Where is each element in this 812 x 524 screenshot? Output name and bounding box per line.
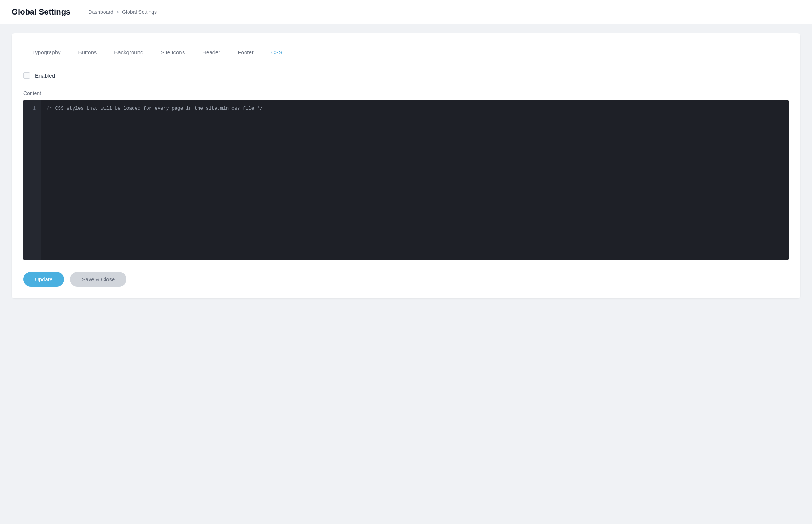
breadcrumb: Dashboard > Global Settings [88, 9, 157, 15]
code-comment-line: /* CSS styles that will be loaded for ev… [47, 106, 263, 111]
buttons-row: Update Save & Close [23, 272, 789, 287]
tab-css[interactable]: CSS [262, 45, 291, 60]
tab-header[interactable]: Header [194, 45, 229, 60]
tab-typography[interactable]: Typography [23, 45, 69, 60]
code-editor[interactable]: 1 /* CSS styles that will be loaded for … [23, 100, 789, 260]
tabs-nav: Typography Buttons Background Site Icons… [23, 45, 789, 60]
enabled-checkbox[interactable] [23, 72, 30, 79]
update-button[interactable]: Update [23, 272, 64, 287]
breadcrumb-dashboard: Dashboard [88, 9, 113, 15]
page-title: Global Settings [12, 7, 70, 17]
tab-background[interactable]: Background [105, 45, 152, 60]
line-numbers: 1 [23, 100, 41, 260]
settings-card: Typography Buttons Background Site Icons… [12, 33, 800, 298]
code-content[interactable]: /* CSS styles that will be loaded for ev… [41, 100, 789, 260]
tab-site-icons[interactable]: Site Icons [152, 45, 194, 60]
tab-buttons[interactable]: Buttons [69, 45, 105, 60]
line-number-1: 1 [28, 105, 36, 113]
save-close-button[interactable]: Save & Close [70, 272, 126, 287]
enabled-label: Enabled [35, 73, 55, 79]
breadcrumb-current: Global Settings [122, 9, 157, 15]
breadcrumb-separator: > [116, 9, 119, 15]
content-label: Content [23, 90, 789, 96]
enabled-row: Enabled [23, 72, 789, 79]
tab-footer[interactable]: Footer [229, 45, 262, 60]
header-divider [79, 7, 79, 17]
content-section: Content 1 /* CSS styles that will be loa… [23, 90, 789, 260]
